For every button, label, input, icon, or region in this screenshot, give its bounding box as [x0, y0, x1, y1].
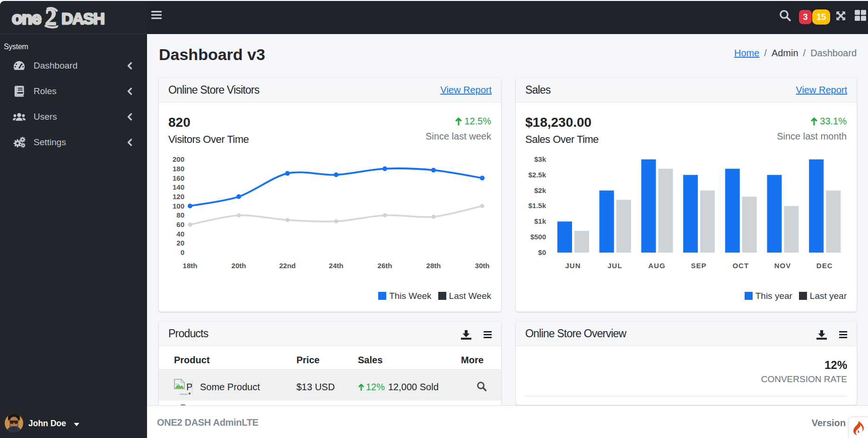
- svg-text:120: 120: [173, 193, 184, 201]
- svg-text:JUN: JUN: [565, 262, 581, 270]
- svg-text:OCT: OCT: [732, 262, 749, 270]
- svg-text:JUL: JUL: [608, 262, 622, 270]
- svg-text:$1.5k: $1.5k: [528, 201, 546, 210]
- svg-text:24th: 24th: [329, 262, 344, 270]
- svg-text:$500: $500: [530, 233, 546, 241]
- svg-text:200: 200: [173, 155, 184, 163]
- svg-text:$1k: $1k: [534, 217, 547, 225]
- svg-text:DASH: DASH: [61, 9, 104, 27]
- svg-text:160: 160: [173, 174, 184, 182]
- svg-text:30th: 30th: [475, 262, 490, 270]
- svg-text:$0: $0: [538, 248, 546, 256]
- svg-text:DEC: DEC: [816, 262, 833, 270]
- svg-text:NOV: NOV: [774, 262, 791, 270]
- svg-text:$2.5k: $2.5k: [528, 171, 546, 179]
- svg-text:one: one: [12, 9, 41, 28]
- svg-text:60: 60: [176, 220, 184, 228]
- svg-text:$3k: $3k: [534, 155, 547, 163]
- svg-text:28th: 28th: [426, 262, 441, 270]
- svg-text:20: 20: [176, 239, 184, 247]
- svg-text:80: 80: [176, 211, 184, 219]
- svg-text:140: 140: [173, 183, 184, 191]
- svg-text:40: 40: [176, 230, 184, 238]
- svg-text:26th: 26th: [378, 262, 392, 270]
- svg-text:20th: 20th: [232, 262, 246, 270]
- svg-text:22nd: 22nd: [279, 262, 295, 270]
- svg-text:0: 0: [181, 248, 184, 256]
- svg-text:100: 100: [173, 202, 184, 210]
- svg-text:AUG: AUG: [648, 262, 665, 270]
- svg-text:SEP: SEP: [691, 262, 707, 270]
- svg-text:180: 180: [173, 165, 184, 173]
- svg-text:18th: 18th: [183, 262, 198, 270]
- svg-text:$2k: $2k: [534, 186, 547, 194]
